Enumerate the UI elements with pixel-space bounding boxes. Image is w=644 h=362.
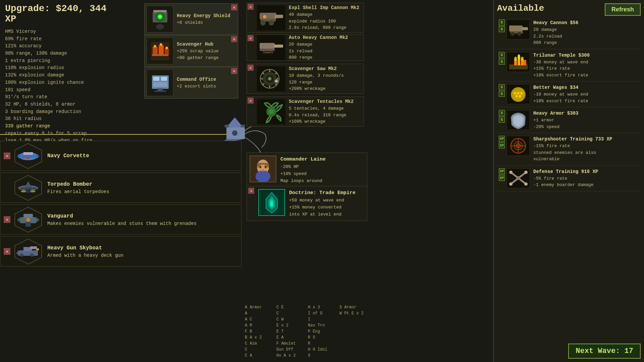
remove-doctrine-btn[interactable]: ✕ <box>248 188 254 194</box>
svg-point-130 <box>516 176 520 180</box>
svg-point-129 <box>524 182 528 186</box>
scavenger-hub-icon <box>149 40 171 62</box>
sg-c1-r4: A R <box>245 322 275 328</box>
available-item-defense-training[interactable]: XP XP Defense Training 916 XP -5% fire r… <box>497 166 641 191</box>
auto-cannon-info: Auto Heavy Cannon Mk2 20 damage 1s reloa… <box>289 34 348 61</box>
sg-c2-r7: F Amulet <box>276 341 307 347</box>
wages-stat1: -10 money at wave end <box>533 91 588 98</box>
heavy-armor-icon <box>507 111 529 129</box>
tentacles-name: Scavenger Tentacles Mk2 <box>289 98 354 105</box>
svg-rect-60 <box>26 157 30 159</box>
available-item-trilunar[interactable]: $ $ Trilunar Temple $300 -30 money at wa… <box>497 49 641 82</box>
stat-line-7: 100% explosion ignite chance <box>5 79 122 86</box>
svg-point-116 <box>515 95 518 98</box>
svg-point-31 <box>269 20 274 25</box>
vanguard-hex <box>13 206 43 233</box>
svg-point-128 <box>509 182 513 186</box>
svg-rect-66 <box>25 189 31 193</box>
remove-scavenger-hub-btn[interactable]: ✕ <box>231 36 237 42</box>
remove-cannon-mk2-btn[interactable]: ✕ <box>248 4 254 10</box>
sharpshooter-icon <box>507 137 529 155</box>
escort-torpedo-bomber: Torpedo Bomber Fires aerial torpedoes <box>0 173 241 203</box>
command-office-stat: +2 escort slots <box>177 83 216 90</box>
remove-shield-btn[interactable]: ✕ <box>231 4 237 10</box>
navy-corvette-hex <box>13 142 43 169</box>
svg-rect-65 <box>20 187 37 189</box>
skyboat-hex <box>13 238 43 265</box>
svg-point-67 <box>21 190 26 192</box>
torpedo-bomber-icon <box>13 175 43 201</box>
remove-skyboat-btn[interactable]: ✕ <box>4 248 10 255</box>
stat-line-2: 121% accuracy <box>5 43 122 50</box>
wages-stat2: +10% escort fire rate <box>533 98 588 105</box>
trilunar-tags: $ $ <box>499 52 505 65</box>
saw-stat1: 10 damage, 3 rounds/s <box>289 72 344 79</box>
trilunar-item-info: Trilunar Temple $300 -30 money at wave e… <box>533 52 590 79</box>
heavy-armor-stat2: -20% speed <box>533 124 578 130</box>
shield-upgrade-stat: +8 shields <box>177 19 230 26</box>
sg-c1-r3: A C <box>245 316 275 322</box>
doctrine-icon-box <box>258 189 285 216</box>
svg-point-108 <box>514 57 517 61</box>
stat-col2: C E C C W E x 2 E T E A F Amulet Gun Off… <box>276 304 307 359</box>
sg-c1-r8: C <box>245 347 275 353</box>
remove-vanguard-btn[interactable]: ✕ <box>4 216 10 223</box>
torpedo-bomber-hex <box>13 174 43 201</box>
svg-point-68 <box>30 190 36 192</box>
svg-point-51 <box>275 79 278 83</box>
navy-corvette-icon <box>13 143 43 169</box>
trilunar-stat2: +15% fire rate <box>533 65 590 72</box>
available-item-better-wages[interactable]: $ $ Better Wages $34 -10 money at wave e… <box>497 81 641 107</box>
sg-c1-r1: A Armor <box>245 304 275 310</box>
sg-c3-r4: Nav Trn <box>308 322 338 328</box>
remove-tentacles-btn[interactable]: ✕ <box>248 98 254 104</box>
commander-portrait <box>250 156 276 182</box>
sg-c2-r5: E T <box>276 328 307 335</box>
sg-c3-r7: R <box>308 341 338 347</box>
defense-training-icon <box>507 169 529 187</box>
commander-laine-info: Commander Laine -20% HP +10% speed Map l… <box>280 156 326 184</box>
available-item-sharpshooter[interactable]: XP XP Sharpshooter Training 733 XP -15% … <box>497 133 641 166</box>
stat-line-14: repair every 9.1s for 5 scrap <box>5 130 122 137</box>
remove-saw-btn[interactable]: ✕ <box>248 65 254 71</box>
svg-point-114 <box>517 92 520 95</box>
shield-icon-box <box>147 6 173 33</box>
svg-rect-80 <box>30 246 37 249</box>
sharpshooter-stat2: stunned enemies are also <box>533 149 612 156</box>
refresh-button[interactable]: Refresh <box>605 3 641 16</box>
sharpshooter-item-name: Sharpshooter Training 733 XP <box>533 136 612 143</box>
command-office-name: Command Office <box>177 76 216 83</box>
available-item-heavy-cannon[interactable]: $ $ Heavy Cannon $56 20 damage 2.2s relo… <box>497 17 641 49</box>
stat-line-5: 110% explosion radius <box>5 64 122 72</box>
vanguard-info: Vanguard Makes enemies vulnerable and st… <box>47 212 197 227</box>
svg-rect-17 <box>153 82 167 87</box>
sg-c3-r8: H H Idol <box>308 347 338 353</box>
saw-stat2: 120 range <box>289 79 344 86</box>
command-office-icon <box>149 72 171 94</box>
auto-cannon-stat1: 20 damage <box>289 41 348 48</box>
better-wages-icon <box>507 85 529 104</box>
auto-cannon-icon-box <box>257 35 285 60</box>
svg-point-117 <box>519 95 521 98</box>
doctrine-stat1: +50 money at wave end <box>289 197 356 204</box>
scavenger-hub-name: Scavenger Hub <box>177 41 219 48</box>
svg-point-13 <box>165 47 168 49</box>
xp-tag-3: XP <box>499 168 505 174</box>
svg-point-32 <box>263 15 266 18</box>
available-item-heavy-armor[interactable]: $ $ Heavy Armor $303 +1 armor -20% speed <box>497 107 641 133</box>
stat-line-0: HMS Viceroy <box>5 28 122 36</box>
next-wave-display: Next Wave: 17 <box>568 344 641 359</box>
remove-auto-cannon-btn[interactable]: ✕ <box>248 35 254 41</box>
remove-command-office-btn[interactable]: ✕ <box>231 68 237 74</box>
svg-point-30 <box>260 20 266 25</box>
svg-point-83 <box>30 253 34 257</box>
svg-rect-99 <box>522 27 528 30</box>
svg-point-101 <box>511 32 515 36</box>
vanguard-icon <box>13 206 43 233</box>
commander-laine-stat1: -20% HP <box>280 164 326 171</box>
svg-rect-34 <box>274 45 283 48</box>
sg-c3-r9: S <box>308 353 338 359</box>
doctrine-card: ✕ Doctrine: Trade Empire +50 money at wa… <box>247 186 367 221</box>
remove-navy-corvette-btn[interactable]: ✕ <box>4 153 10 159</box>
xp-tag-2: XP <box>499 142 505 148</box>
